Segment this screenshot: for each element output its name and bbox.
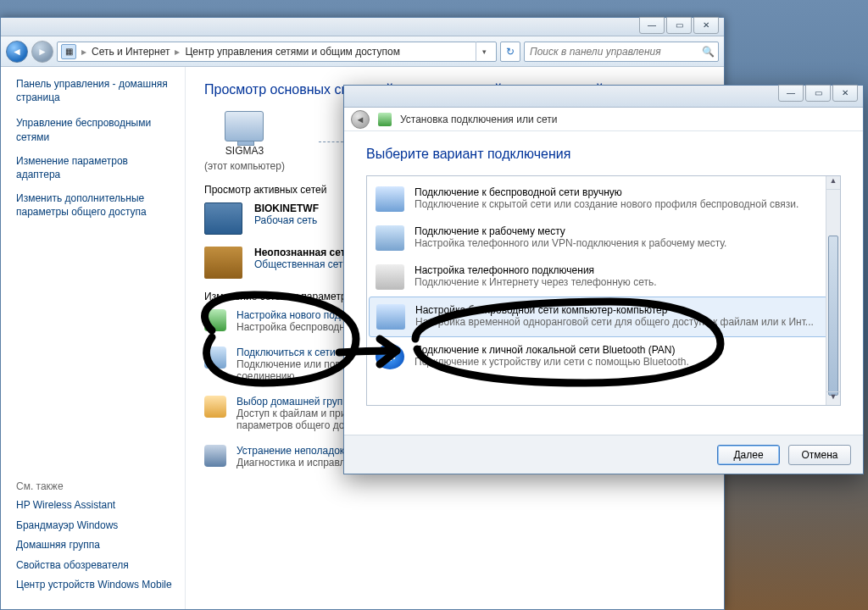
workplace-icon	[376, 225, 404, 251]
breadcrumb-l2[interactable]: Центр управления сетями и общим доступом	[185, 46, 400, 58]
plus-icon	[204, 309, 226, 331]
dialog-title: Выберите вариант подключения	[366, 147, 841, 162]
net1-type[interactable]: Рабочая сеть	[254, 214, 317, 226]
option-sub: Подключение к устройству или сети с помо…	[415, 356, 689, 368]
breadcrumb-drop-icon[interactable]: ▾	[476, 42, 492, 62]
close-button[interactable]: ✕	[693, 17, 719, 34]
net2-name: Неопознанная сеть	[254, 247, 352, 258]
pc-name: SIGMA3	[225, 145, 264, 157]
forward-button[interactable]: ►	[31, 41, 53, 63]
option-title: Подключение к беспроводной сети вручную	[415, 186, 798, 198]
cancel-button[interactable]: Отмена	[788, 445, 851, 465]
dialog-titlebar: — ▭ ✕	[344, 86, 863, 108]
main-titlebar: — ▭ ✕	[1, 18, 724, 36]
sidebar-task[interactable]: Изменить дополнительные параметры общего…	[16, 191, 173, 219]
phone-icon	[376, 264, 404, 290]
option-sub: Настройка телефонного или VPN-подключени…	[415, 237, 726, 249]
pc-sub: (этот компьютер)	[204, 160, 285, 172]
scroll-down-icon[interactable]: ▼	[826, 391, 840, 405]
wizard-icon	[378, 113, 392, 126]
option-title: Подключение к рабочему месту	[415, 225, 726, 237]
seealso-link[interactable]: Брандмауэр Windows	[16, 519, 173, 533]
dlg-maximize-button[interactable]: ▭	[805, 85, 831, 102]
seealso-link[interactable]: HP Wireless Assistant	[16, 499, 173, 513]
cp-home-link[interactable]: Панель управления - домашняя страница	[16, 77, 173, 104]
sidebar: Панель управления - домашняя страница Уп…	[1, 67, 186, 609]
net1-name: BIOKINETWF	[254, 202, 319, 214]
task-title[interactable]: Подключиться к сети	[236, 347, 336, 358]
sidebar-task[interactable]: Изменение параметров адаптера	[16, 154, 173, 181]
net2-type[interactable]: Общественная сеть	[254, 258, 348, 270]
computer-icon	[225, 111, 264, 141]
option-dialup[interactable]: Настройка телефонного подключения Подклю…	[369, 258, 838, 297]
option-bluetooth[interactable]: Подключение к личной локальной сети Blue…	[369, 337, 838, 376]
connection-wizard-dialog: — ▭ ✕ ◄ Установка подключения или сети В…	[343, 85, 864, 474]
back-button[interactable]: ◄	[6, 41, 28, 63]
search-box[interactable]: 🔍	[524, 42, 719, 62]
bluetooth-icon	[376, 344, 404, 369]
scroll-thumb[interactable]	[828, 236, 838, 396]
homegroup-icon	[204, 396, 226, 418]
seealso-link[interactable]: Свойства обозревателя	[16, 559, 173, 573]
nav-bar: ◄ ► ▦ ▸ Сеть и Интернет ▸ Центр управлен…	[1, 36, 724, 67]
minimize-button[interactable]: —	[639, 17, 665, 34]
option-sub: Настройка временной одноранговой сети дл…	[415, 316, 814, 328]
dialog-footer: Далее Отмена	[344, 435, 863, 474]
breadcrumb-l1[interactable]: Сеть и Интернет	[92, 46, 170, 58]
dlg-crumb-text: Установка подключения или сети	[400, 114, 557, 125]
work-network-icon	[204, 202, 242, 235]
troubleshoot-icon	[204, 445, 226, 467]
option-list: Подключение к беспроводной сети вручную …	[366, 175, 841, 406]
search-input[interactable]	[528, 45, 702, 58]
next-button[interactable]: Далее	[717, 445, 780, 465]
task-title[interactable]: Устранение неполадок	[236, 445, 344, 457]
dlg-minimize-button[interactable]: —	[778, 85, 804, 102]
scrollbar[interactable]: ▲ ▼	[826, 176, 840, 405]
option-title: Настройка телефонного подключения	[415, 264, 657, 276]
public-network-icon	[204, 247, 242, 279]
option-workplace[interactable]: Подключение к рабочему месту Настройка т…	[369, 219, 838, 258]
dialog-breadcrumb: ◄ Установка подключения или сети	[344, 108, 863, 131]
seealso-header: См. также	[16, 480, 173, 492]
option-title: Подключение к личной локальной сети Blue…	[415, 344, 689, 356]
option-manual-wifi[interactable]: Подключение к беспроводной сети вручную …	[369, 180, 838, 219]
seealso-link[interactable]: Центр устройств Windows Mobile	[16, 579, 173, 592]
option-sub: Подключение к Интернету через телефонную…	[415, 276, 657, 288]
breadcrumb[interactable]: ▦ ▸ Сеть и Интернет ▸ Центр управления с…	[57, 42, 497, 62]
scroll-up-icon[interactable]: ▲	[826, 176, 840, 190]
network-icon: ▦	[61, 44, 76, 59]
option-title: Настройка беспроводной сети компьютер-ко…	[415, 304, 814, 316]
refresh-button[interactable]: ↻	[500, 42, 520, 62]
search-icon: 🔍	[702, 46, 715, 58]
option-sub: Подключение к скрытой сети или создание …	[415, 198, 798, 210]
dlg-back-button[interactable]: ◄	[351, 110, 370, 129]
option-adhoc[interactable]: Настройка беспроводной сети компьютер-ко…	[369, 297, 838, 337]
dlg-close-button[interactable]: ✕	[832, 85, 858, 102]
wifi-icon	[376, 186, 404, 212]
maximize-button[interactable]: ▭	[666, 17, 692, 34]
adhoc-icon	[376, 304, 405, 330]
seealso-link[interactable]: Домашняя группа	[16, 539, 173, 552]
sidebar-task[interactable]: Управление беспроводными сетями	[16, 116, 173, 143]
connect-icon	[204, 347, 226, 369]
